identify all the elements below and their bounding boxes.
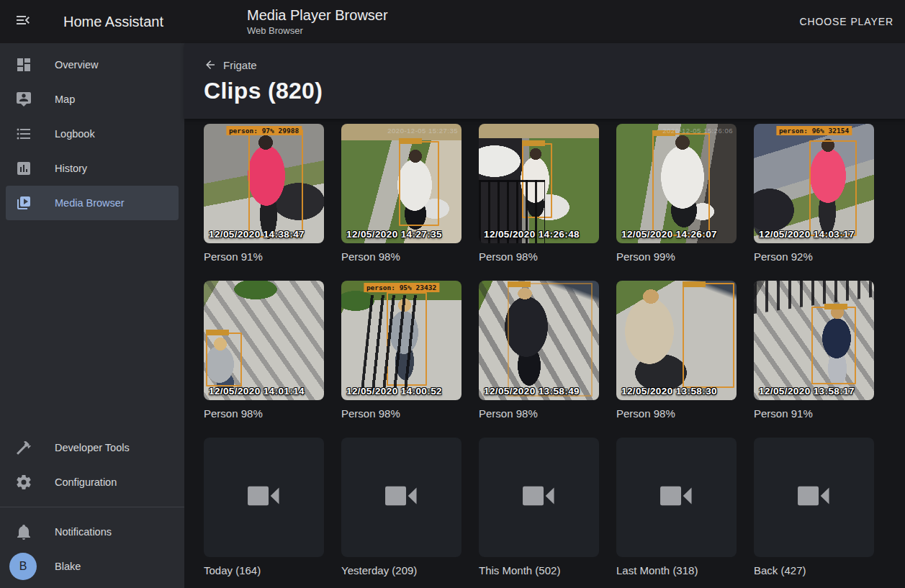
- page-title: Clips (820): [204, 78, 905, 104]
- folder-card-today-164[interactable]: Today (164): [204, 438, 324, 576]
- clip-thumbnail: 2020-12-05 15:26:0612/05/2020 14:26:07: [616, 124, 737, 243]
- clip-thumbnail: 2020-12-05 15:27:3512/05/2020 14:27:35: [341, 124, 461, 243]
- video-icon: [518, 475, 560, 520]
- media-browser-icon: [15, 194, 32, 212]
- clip-caption: Person 99%: [616, 250, 737, 263]
- video-icon: [381, 475, 423, 520]
- media-grid-area: person: 97% 2998812/05/2020 14:38:47Pers…: [184, 119, 905, 588]
- clip-caption: Person 98%: [479, 407, 599, 420]
- camera-osd-timestamp: 2020-12-05 15:26:06: [662, 127, 733, 135]
- menu-open-icon: [14, 12, 32, 32]
- content-area: Frigate Clips (820) person: 97% 2998812/…: [184, 43, 905, 588]
- breadcrumb-back-frigate[interactable]: Frigate: [204, 58, 905, 71]
- clip-caption: Person 98%: [341, 250, 461, 263]
- folder-thumbnail: [479, 438, 599, 557]
- clip-timestamp: 12/05/2020 14:27:35: [346, 229, 442, 240]
- gear-icon: [15, 474, 32, 491]
- clip-thumbnail: person: 97% 2998812/05/2020 14:38:47: [204, 124, 324, 243]
- sidebar-item-history[interactable]: History: [6, 151, 179, 186]
- clip-timestamp: 12/05/2020 14:03:17: [759, 229, 855, 240]
- folder-caption: Back (427): [754, 564, 874, 576]
- clip-thumbnail: person: 95% 2343212/05/2020 14:00:52: [341, 281, 461, 400]
- detection-bbox: [811, 307, 856, 384]
- camera-osd-timestamp: 2020-12-05 15:27:35: [387, 127, 458, 135]
- sidebar-item-overview[interactable]: Overview: [6, 48, 179, 82]
- clip-card[interactable]: 12/05/2020 13:58:49Person 98%: [479, 281, 599, 420]
- clip-card[interactable]: 12/05/2020 13:58:17Person 91%: [754, 281, 874, 420]
- clip-timestamp: 12/05/2020 14:00:52: [346, 386, 442, 397]
- sidebar-item-configuration[interactable]: Configuration: [6, 465, 179, 499]
- sidebar-item-logbook[interactable]: Logbook: [6, 117, 179, 151]
- folder-caption: This Month (502): [479, 564, 599, 576]
- sidebar-divider: [0, 507, 184, 507]
- video-icon: [243, 475, 285, 520]
- main-layout: OverviewMapLogbookHistoryMedia Browser D…: [0, 43, 905, 588]
- sidebar-spacer: [0, 220, 184, 430]
- clip-timestamp: 12/05/2020 13:58:30: [621, 386, 717, 397]
- sidebar-item-label: Logbook: [55, 128, 95, 140]
- clip-caption: Person 98%: [479, 250, 599, 263]
- folder-thumbnail: [616, 438, 737, 557]
- clip-card[interactable]: 12/05/2020 14:26:48Person 98%: [479, 124, 599, 263]
- sidebar-item-label: Notifications: [55, 526, 112, 538]
- detection-label: person: 95% 23432: [364, 283, 439, 292]
- media-player-browser-title: Media Player Browser: [247, 7, 388, 24]
- detection-bbox: [522, 143, 552, 218]
- folder-card-yesterday-209[interactable]: Yesterday (209): [341, 438, 461, 576]
- sidebar-item-user[interactable]: B Blake: [6, 549, 179, 584]
- folder-card-last-month-318[interactable]: Last Month (318): [616, 438, 737, 576]
- clip-thumbnail: 12/05/2020 13:58:49: [479, 281, 599, 400]
- clip-timestamp: 12/05/2020 13:58:17: [759, 386, 855, 397]
- clip-card[interactable]: 12/05/2020 13:58:30Person 98%: [616, 281, 737, 420]
- account-location-icon: [15, 91, 32, 108]
- sidebar-item-label: History: [55, 163, 87, 174]
- clip-caption: Person 98%: [204, 407, 324, 420]
- folder-thumbnail: [341, 438, 461, 557]
- clip-card[interactable]: 2020-12-05 15:26:0612/05/2020 14:26:07Pe…: [616, 124, 737, 263]
- page-header-titles: Media Player Browser Web Browser: [247, 7, 388, 37]
- detection-bbox: [206, 333, 242, 386]
- clip-card[interactable]: person: 96% 3215412/05/2020 14:03:17Pers…: [754, 124, 874, 263]
- detection-bbox: [508, 283, 593, 397]
- detection-bbox: [387, 292, 427, 386]
- sidebar-item-label: Configuration: [55, 476, 117, 488]
- sidebar-item-label: Overview: [55, 59, 98, 71]
- bell-icon: [15, 523, 32, 540]
- clip-caption: Person 98%: [616, 407, 737, 420]
- sidebar-item-label: Developer Tools: [55, 442, 130, 453]
- topbar-left: Home Assistant: [0, 13, 184, 30]
- sidebar-item-label: Media Browser: [55, 197, 125, 209]
- clip-thumbnail: 12/05/2020 14:26:48: [479, 124, 599, 243]
- breadcrumb-label: Frigate: [223, 59, 257, 71]
- detection-bbox: [809, 140, 857, 236]
- clip-timestamp: 12/05/2020 14:01:14: [209, 386, 305, 397]
- sidebar-item-notifications[interactable]: Notifications: [6, 515, 179, 549]
- detection-bbox: [399, 141, 439, 226]
- choose-player-button[interactable]: CHOOSE PLAYER: [788, 16, 905, 27]
- folder-card-this-month-502[interactable]: This Month (502): [479, 438, 599, 576]
- sidebar-item-map[interactable]: Map: [6, 82, 179, 117]
- sidebar-nav: OverviewMapLogbookHistoryMedia Browser: [0, 48, 184, 220]
- clip-card[interactable]: 2020-12-05 15:27:3512/05/2020 14:27:35Pe…: [341, 124, 461, 263]
- folder-card-back-427[interactable]: Back (427): [754, 438, 874, 576]
- folder-thumbnail: [754, 438, 874, 557]
- top-app-bar: Home Assistant Media Player Browser Web …: [0, 0, 905, 43]
- clip-timestamp: 12/05/2020 14:38:47: [209, 229, 305, 240]
- dashboard-icon: [15, 56, 32, 73]
- clip-card[interactable]: person: 97% 2998812/05/2020 14:38:47Pers…: [204, 124, 324, 263]
- clip-card[interactable]: 12/05/2020 14:01:14Person 98%: [204, 281, 324, 420]
- video-icon: [793, 475, 835, 520]
- sidebar-item-media-browser[interactable]: Media Browser: [6, 186, 179, 220]
- clip-thumbnail: 12/05/2020 13:58:30: [616, 281, 737, 400]
- clip-timestamp: 12/05/2020 14:26:07: [621, 229, 717, 240]
- arrow-left-icon: [204, 58, 217, 71]
- sidebar-toggle-button[interactable]: [14, 13, 32, 30]
- media-player-browser-subtitle: Web Browser: [247, 26, 388, 37]
- avatar: B: [9, 553, 37, 580]
- sidebar-item-developer-tools[interactable]: Developer Tools: [6, 430, 179, 465]
- clips-grid: person: 97% 2998812/05/2020 14:38:47Pers…: [204, 124, 905, 576]
- clip-card[interactable]: person: 95% 2343212/05/2020 14:00:52Pers…: [341, 281, 461, 420]
- clip-thumbnail: 12/05/2020 13:58:17: [754, 281, 874, 400]
- clip-caption: Person 98%: [341, 407, 461, 420]
- detection-label: person: 96% 32154: [776, 126, 852, 135]
